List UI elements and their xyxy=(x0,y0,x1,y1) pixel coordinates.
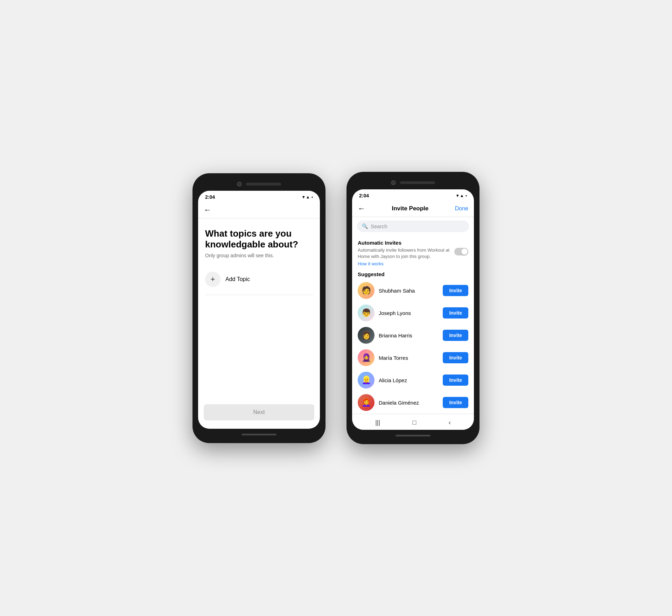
back-button-1[interactable]: ← xyxy=(204,205,211,214)
nav-home-button[interactable]: □ xyxy=(413,419,416,426)
person-name-brianna: Brianna Harris xyxy=(379,332,439,338)
done-button[interactable]: Done xyxy=(455,205,468,212)
person-name-daniela: Daniela Giménez xyxy=(379,400,439,406)
avatar-face: 👩‍🦰 xyxy=(358,394,374,411)
back-button-2[interactable]: ← xyxy=(358,204,365,213)
avatar-face: 👩 xyxy=(358,327,374,344)
battery-icon-1: ▪ xyxy=(312,195,313,200)
phone-1: 2:04 ▾ ▲ ▪ ← What topics are you knowled… xyxy=(192,173,326,443)
status-icons-2: ▾ ▲ ▪ xyxy=(456,193,467,198)
avatar-maria: 🧕 xyxy=(358,349,374,366)
phone-2-screen: 2:04 ▾ ▲ ▪ ← Invite People Done 🔍 Search xyxy=(352,189,474,430)
person-row: 👩‍🦰 Daniela Giménez Invite xyxy=(352,391,474,414)
status-time-1: 2:04 xyxy=(205,194,215,200)
screen2-header: ← Invite People Done xyxy=(352,201,474,217)
auto-invites-description: Automatically invite followers from Work… xyxy=(358,247,451,260)
invite-people-title: Invite People xyxy=(392,205,428,212)
avatar-face: 🧑 xyxy=(358,282,374,299)
home-bar-1 xyxy=(241,434,276,435)
phone-2-bottom xyxy=(352,430,474,439)
phone-1-top xyxy=(198,179,320,191)
screen1-content: What topics are you knowledgable about? … xyxy=(198,218,320,306)
people-list: 🧑 Shubham Saha Invite 👦 Joseph Lyons Inv… xyxy=(352,279,474,414)
screen1-subtitle: Only group admins will see this. xyxy=(205,253,313,258)
how-it-works-link[interactable]: How it works xyxy=(358,261,468,266)
home-bar-2 xyxy=(396,435,430,436)
auto-invites-row: Automatically invite followers from Work… xyxy=(358,247,468,260)
person-name-maria: María Torres xyxy=(379,355,439,361)
status-time-2: 2:04 xyxy=(359,193,369,198)
invite-button-maria[interactable]: Invite xyxy=(443,352,468,363)
invite-button-alicia[interactable]: Invite xyxy=(443,374,468,386)
phone-2-top xyxy=(352,177,474,189)
status-bar-1: 2:04 ▾ ▲ ▪ xyxy=(198,191,320,202)
add-topic-row[interactable]: + Add Topic xyxy=(205,268,313,290)
next-button[interactable]: Next xyxy=(204,404,314,420)
phone-2: 2:04 ▾ ▲ ▪ ← Invite People Done 🔍 Search xyxy=(346,172,479,444)
avatar-face: 👦 xyxy=(358,304,374,321)
avatar-joseph: 👦 xyxy=(358,304,374,321)
search-bar[interactable]: 🔍 Search xyxy=(357,220,469,232)
status-bar-2: 2:04 ▾ ▲ ▪ xyxy=(352,189,474,201)
signal-icon-1: ▲ xyxy=(306,195,310,200)
person-row: 👦 Joseph Lyons Invite xyxy=(352,302,474,324)
battery-icon-2: ▪ xyxy=(465,193,467,198)
android-nav: ||| □ ‹ xyxy=(352,414,474,430)
signal-icon-2: ▲ xyxy=(460,193,464,198)
avatar-face: 👱‍♀️ xyxy=(358,372,374,388)
invite-button-joseph[interactable]: Invite xyxy=(443,307,468,318)
screen1-footer: Next xyxy=(198,404,320,427)
camera-icon xyxy=(237,182,242,187)
wifi-icon-2: ▾ xyxy=(456,193,458,198)
add-topic-icon: + xyxy=(205,272,220,287)
person-row: 👩 Brianna Harris Invite xyxy=(352,324,474,346)
nav-back-button[interactable]: ‹ xyxy=(449,419,451,426)
avatar-daniela: 👩‍🦰 xyxy=(358,394,374,411)
person-row: 👱‍♀️ Alicia López Invite xyxy=(352,369,474,391)
invite-button-daniela[interactable]: Invite xyxy=(443,397,468,408)
screen1-title: What topics are you knowledgable about? xyxy=(205,228,313,250)
person-name-alicia: Alicia López xyxy=(379,377,439,383)
person-row: 🧕 María Torres Invite xyxy=(352,346,474,369)
avatar-face: 🧕 xyxy=(358,349,374,366)
speaker xyxy=(246,183,281,186)
invite-button-shubham[interactable]: Invite xyxy=(443,285,468,296)
camera-icon-2 xyxy=(391,180,396,185)
wifi-icon-1: ▾ xyxy=(302,195,304,200)
avatar-brianna: 👩 xyxy=(358,327,374,344)
auto-invites-title: Automatic Invites xyxy=(358,240,468,246)
screen1-header: ← xyxy=(198,202,320,218)
search-input[interactable]: Search xyxy=(371,223,387,229)
avatar-shubham: 🧑 xyxy=(358,282,374,299)
divider-1 xyxy=(205,295,313,295)
auto-invites-section: Automatic Invites Automatically invite f… xyxy=(352,236,474,268)
scene: 2:04 ▾ ▲ ▪ ← What topics are you knowled… xyxy=(192,172,479,444)
person-name-joseph: Joseph Lyons xyxy=(379,310,439,316)
person-row: 🧑 Shubham Saha Invite xyxy=(352,279,474,302)
auto-invites-toggle[interactable] xyxy=(454,248,468,255)
person-name-shubham: Shubham Saha xyxy=(379,288,439,294)
suggested-title: Suggested xyxy=(352,268,474,279)
speaker-2 xyxy=(400,181,435,184)
nav-menu-button[interactable]: ||| xyxy=(375,419,380,426)
phone-1-screen: 2:04 ▾ ▲ ▪ ← What topics are you knowled… xyxy=(198,191,320,429)
avatar-alicia: 👱‍♀️ xyxy=(358,372,374,388)
status-icons-1: ▾ ▲ ▪ xyxy=(302,195,313,200)
search-icon: 🔍 xyxy=(362,223,368,229)
phone-1-bottom xyxy=(198,429,320,438)
invite-button-brianna[interactable]: Invite xyxy=(443,330,468,341)
add-topic-label: Add Topic xyxy=(225,276,250,282)
